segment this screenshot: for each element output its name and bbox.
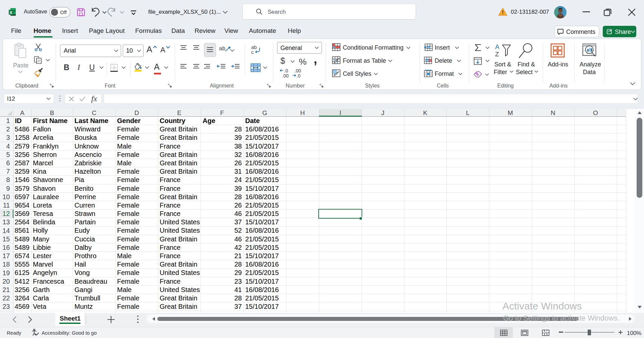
- svg-text:A: A: [495, 44, 499, 50]
- svg-text:.00: .00: [294, 68, 301, 73]
- svg-text:c: c: [251, 49, 254, 55]
- svg-text:ab: ab: [219, 45, 225, 52]
- svg-text:X: X: [9, 10, 12, 15]
- svg-text:.00: .00: [282, 73, 289, 78]
- svg-text:Z: Z: [495, 51, 499, 58]
- svg-text:.0: .0: [297, 73, 301, 78]
- svg-text:.0: .0: [284, 68, 288, 73]
